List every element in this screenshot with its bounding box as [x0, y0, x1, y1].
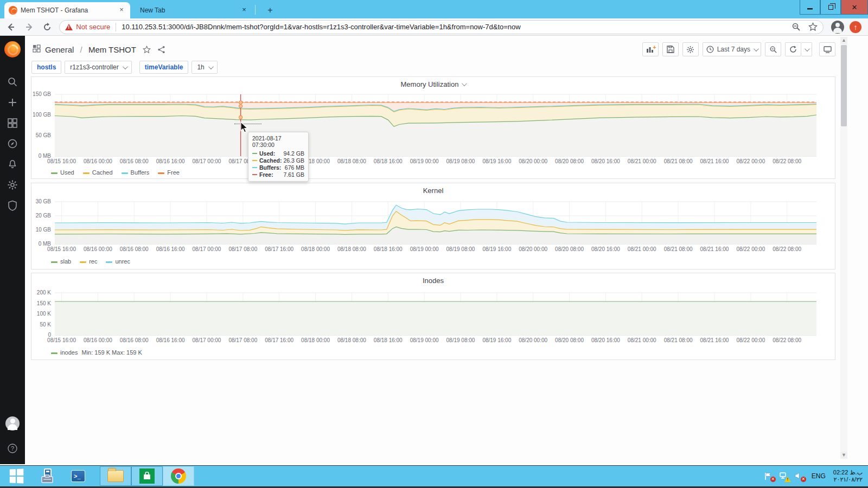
legend-item[interactable]: rec [80, 258, 97, 265]
refresh-dashboard-button[interactable] [785, 42, 801, 56]
profile-avatar[interactable] [831, 21, 844, 34]
svg-text:?: ? [11, 445, 14, 452]
svg-text:0: 0 [48, 332, 51, 338]
dashboard-settings-button[interactable] [682, 42, 699, 56]
browser-titlebar: Mem TSHOT - Grafana × New Tab × + ✕ [0, 0, 868, 18]
grafana-favicon [9, 6, 17, 15]
legend[interactable]: UsedCachedBuffersFree [31, 166, 835, 178]
legend-item[interactable]: Used [51, 169, 74, 176]
variable-value-hostls[interactable]: r1z1s3-controller [65, 61, 131, 74]
breadcrumb: General / Mem TSHOT [45, 45, 136, 54]
breadcrumb-title[interactable]: Mem TSHOT [88, 45, 136, 54]
legend-item[interactable]: Cached [83, 169, 113, 176]
legend-item[interactable]: Free [158, 169, 180, 176]
svg-text:08/19 16:00: 08/19 16:00 [482, 158, 511, 164]
windows-taskbar: >_ ✕ ! ✕ ENG 02:22 ب.ظ ۲۰۲۱/۰۸/۲۲ [0, 465, 868, 488]
tooltip-timestamp: 2021-08-17 07:30:00 [252, 135, 304, 148]
svg-text:08/18 08:00: 08/18 08:00 [337, 158, 366, 164]
tab-close-icon[interactable]: × [240, 6, 248, 15]
tooltip-row: Free:7.61 GB [252, 171, 304, 178]
zoom-out-time-button[interactable] [765, 42, 781, 56]
scroll-down-icon[interactable]: ▼ [840, 452, 847, 459]
inodes-chart-canvas[interactable]: 08/15 16:0008/16 00:0008/16 08:0008/16 1… [31, 286, 835, 346]
svg-text:08/19 16:00: 08/19 16:00 [482, 337, 511, 343]
time-range-picker[interactable]: Last 7 days [703, 42, 761, 56]
svg-text:08/21 00:00: 08/21 00:00 [628, 158, 656, 164]
save-dashboard-button[interactable] [662, 42, 679, 56]
svg-text:08/21 16:00: 08/21 16:00 [700, 337, 729, 343]
powershell-button[interactable]: >_ [64, 466, 92, 486]
grafana-logo[interactable] [4, 41, 21, 57]
help-icon[interactable]: ? [0, 439, 25, 458]
svg-text:08/21 08:00: 08/21 08:00 [664, 246, 693, 252]
chevron-down-icon [123, 64, 128, 69]
user-avatar[interactable] [5, 416, 20, 431]
share-icon[interactable] [157, 46, 165, 54]
action-center-flag-icon[interactable]: ✕ [764, 472, 774, 480]
minimize-button[interactable] [800, 0, 820, 15]
legend-item[interactable]: slab [51, 258, 71, 265]
back-icon[interactable] [3, 20, 18, 35]
file-explorer-button[interactable] [100, 466, 131, 486]
bookmark-star-icon[interactable] [808, 22, 818, 31]
language-indicator[interactable]: ENG [812, 472, 826, 480]
zoom-page-icon[interactable] [792, 22, 801, 31]
legend-item[interactable]: Buffers [122, 169, 150, 176]
not-secure-label[interactable]: Not secure [76, 23, 110, 31]
browser-update-icon[interactable]: ↑ [850, 21, 861, 33]
close-button[interactable]: ✕ [841, 0, 868, 15]
configuration-gear-icon[interactable] [0, 176, 25, 194]
svg-text:08/18 16:00: 08/18 16:00 [374, 158, 403, 164]
taskbar-clock[interactable]: 02:22 ب.ظ ۲۰۲۱/۰۸/۲۲ [833, 469, 863, 483]
browser-tab-newtab[interactable]: New Tab × [132, 2, 253, 18]
alerting-bell-icon[interactable] [0, 155, 25, 174]
volume-muted-icon[interactable]: ✕ [794, 472, 804, 480]
search-icon[interactable] [0, 73, 25, 91]
svg-text:08/22 00:00: 08/22 00:00 [736, 246, 765, 252]
clock-time: 02:22 ب.ظ [833, 469, 863, 476]
server-admin-shield-icon[interactable] [0, 196, 25, 215]
tab-close-icon[interactable]: × [117, 6, 126, 15]
clock-icon [706, 46, 714, 53]
add-panel-button[interactable]: + [642, 42, 659, 56]
legend[interactable]: slabrecunrec [31, 255, 835, 267]
variable-value-timevariable[interactable]: 1h [192, 61, 217, 74]
memory-chart-canvas[interactable]: 08/15 16:0008/16 00:0008/16 08:0008/16 1… [31, 90, 835, 166]
svg-text:08/18 08:00: 08/18 08:00 [337, 337, 366, 343]
svg-text:08/21 00:00: 08/21 00:00 [628, 246, 656, 252]
server-manager-button[interactable] [33, 466, 64, 486]
favorite-star-icon[interactable] [143, 46, 151, 54]
store-button[interactable] [131, 466, 163, 486]
svg-text:150 GB: 150 GB [33, 91, 51, 97]
refresh-interval-dropdown[interactable] [801, 42, 812, 56]
scrollbar-thumb[interactable] [841, 45, 847, 126]
url-text[interactable]: 10.110.253.51:3000/d/i-JB8Dnnk/mem-tshot… [122, 23, 787, 31]
window-controls: ✕ [800, 0, 868, 15]
dashboards-icon[interactable] [0, 114, 25, 132]
create-plus-icon[interactable] [0, 93, 25, 112]
breadcrumb-folder[interactable]: General [45, 45, 74, 54]
forward-icon[interactable] [22, 20, 37, 35]
browser-tab-active[interactable]: Mem TSHOT - Grafana × [4, 2, 130, 18]
panel-title[interactable]: Kernel [31, 183, 835, 195]
kernel-chart-canvas[interactable]: 08/15 16:0008/16 00:0008/16 08:0008/16 1… [31, 196, 835, 255]
chrome-taskbar-button[interactable] [163, 466, 194, 486]
explore-compass-icon[interactable] [0, 134, 25, 153]
panel-title[interactable]: Memory Utilization [31, 77, 835, 89]
svg-text:08/17 00:00: 08/17 00:00 [193, 337, 221, 343]
network-status-icon[interactable]: ! [779, 472, 789, 480]
address-bar[interactable]: Not secure 10.110.253.51:3000/d/i-JB8Dnn… [59, 20, 824, 34]
scroll-up-icon[interactable]: ▲ [840, 37, 847, 44]
page-scrollbar[interactable]: ▲ ▼ [840, 37, 847, 459]
start-button[interactable] [0, 466, 33, 486]
new-tab-button[interactable]: + [264, 4, 277, 16]
panel-kernel: Kernel 08/15 16:0008/16 00:0008/16 08:00… [31, 183, 835, 269]
kiosk-mode-button[interactable] [819, 42, 835, 56]
dashboard-grid-icon[interactable] [33, 44, 41, 55]
legend[interactable]: inodes Min: 159 K Max: 159 K [31, 346, 835, 358]
refresh-icon[interactable] [40, 20, 55, 35]
legend-item[interactable]: inodes Min: 159 K Max: 159 K [51, 349, 142, 356]
restore-button[interactable] [820, 0, 841, 15]
legend-item[interactable]: unrec [106, 258, 130, 265]
panel-title[interactable]: Inodes [31, 273, 835, 285]
